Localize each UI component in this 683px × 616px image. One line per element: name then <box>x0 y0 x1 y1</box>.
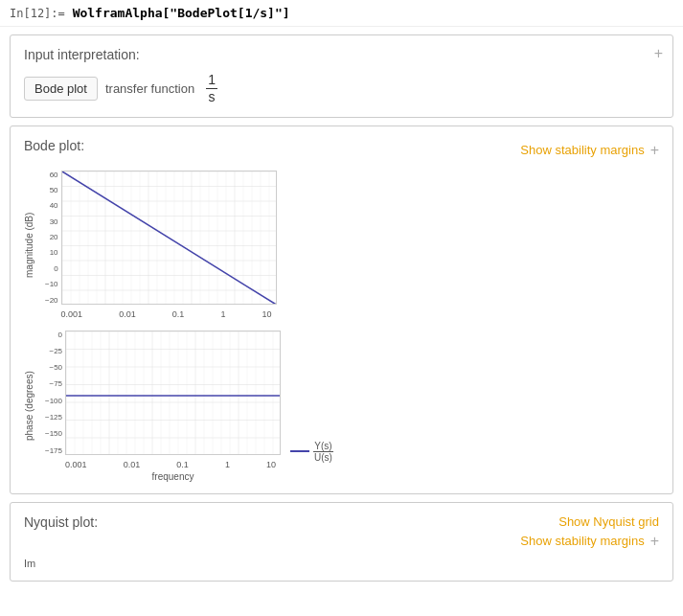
phase-chart-col: 0.001 0.01 0.1 1 10 frequency <box>65 331 281 482</box>
code-text: WolframAlpha["BodePlot[1/s]"] <box>73 6 290 20</box>
fraction-denominator: s <box>207 89 217 105</box>
input-interpretation-section: Input interpretation: + Bode plot transf… <box>10 34 673 118</box>
phase-y-axis-label: phase (degrees) <box>24 331 43 482</box>
magnitude-x-ticks: 0.001 0.01 0.1 1 10 <box>61 309 272 319</box>
interp-row: Bode plot transfer function 1 s <box>24 72 659 105</box>
nyquist-plot-section: Nyquist plot: Show Nyquist grid Show sta… <box>10 502 673 582</box>
input-interp-plus-icon[interactable]: + <box>654 45 663 62</box>
magnitude-line <box>62 171 277 305</box>
nyquist-plus-icon[interactable]: + <box>650 533 659 550</box>
phase-chart-wrapper: phase (degrees) 0 −25 −50 −75 −100 −125 … <box>24 331 333 482</box>
legend-denominator: U(s) <box>313 452 333 463</box>
magnitude-svg <box>61 171 277 305</box>
top-bar: In[12]:= WolframAlpha["BodePlot[1/s]"] <box>0 0 683 27</box>
magnitude-y-ticks: 60 50 40 30 20 10 0 −10 −20 <box>45 171 61 305</box>
phase-svg <box>65 331 281 455</box>
magnitude-chart-col: 0.001 0.01 0.1 1 10 <box>61 171 277 319</box>
magnitude-y-axis-label: magnitude (dB) <box>24 171 43 319</box>
frequency-label: frequency <box>65 471 281 482</box>
nyquist-buttons: Show Nyquist grid Show stability margins… <box>520 514 659 550</box>
phase-chart-area: phase (degrees) 0 −25 −50 −75 −100 −125 … <box>24 331 659 482</box>
bode-plus-icon[interactable]: + <box>650 142 659 159</box>
nyquist-header: Nyquist plot: Show Nyquist grid Show sta… <box>24 514 659 550</box>
cell-label: In[12]:= <box>10 7 65 20</box>
bode-plot-section: Bode plot: Show stability margins + magn… <box>10 125 673 494</box>
transfer-function-fraction: 1 s <box>206 72 217 105</box>
show-nyquist-margins-button[interactable]: Show stability margins <box>520 534 644 548</box>
show-stability-margins-button[interactable]: Show stability margins <box>520 143 644 157</box>
phase-y-ticks: 0 −25 −50 −75 −100 −125 −150 −175 <box>45 331 65 455</box>
im-label: Im <box>24 558 659 569</box>
legend-item: Y(s) U(s) <box>290 441 333 463</box>
bode-header: Bode plot: Show stability margins + <box>24 138 659 163</box>
magnitude-chart-wrapper: magnitude (dB) 60 50 40 30 20 10 0 −10 −… <box>24 171 277 319</box>
phase-x-ticks: 0.001 0.01 0.1 1 10 <box>65 460 276 469</box>
transfer-function-label: transfer function <box>105 81 194 96</box>
legend-dash-line <box>290 450 309 452</box>
legend-area: Y(s) U(s) <box>290 441 333 482</box>
legend-fraction: Y(s) U(s) <box>313 441 333 463</box>
bode-plot-button[interactable]: Bode plot <box>24 77 98 101</box>
fraction-numerator: 1 <box>206 72 217 89</box>
legend-numerator: Y(s) <box>313 441 332 452</box>
bode-plot-title: Bode plot: <box>24 138 84 153</box>
magnitude-chart-area: magnitude (dB) 60 50 40 30 20 10 0 −10 −… <box>24 171 659 319</box>
show-nyquist-grid-button[interactable]: Show Nyquist grid <box>558 514 659 529</box>
nyquist-plot-title: Nyquist plot: <box>24 514 98 530</box>
input-interp-title: Input interpretation: <box>24 47 659 62</box>
